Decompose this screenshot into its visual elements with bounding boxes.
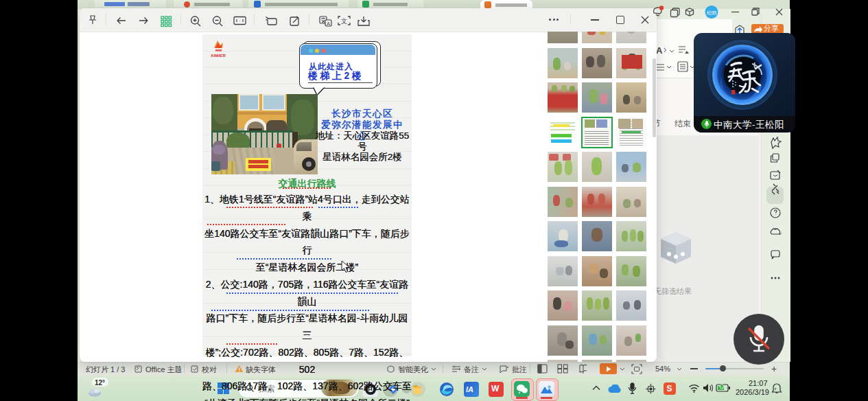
svg-text:z: z <box>775 387 777 391</box>
svg-text:文: 文 <box>341 18 347 25</box>
svg-text:AIMIER: AIMIER <box>211 54 226 58</box>
svg-text:A: A <box>656 45 663 56</box>
svg-text:松阳: 松阳 <box>707 10 716 16</box>
svg-text:A: A <box>327 21 330 27</box>
